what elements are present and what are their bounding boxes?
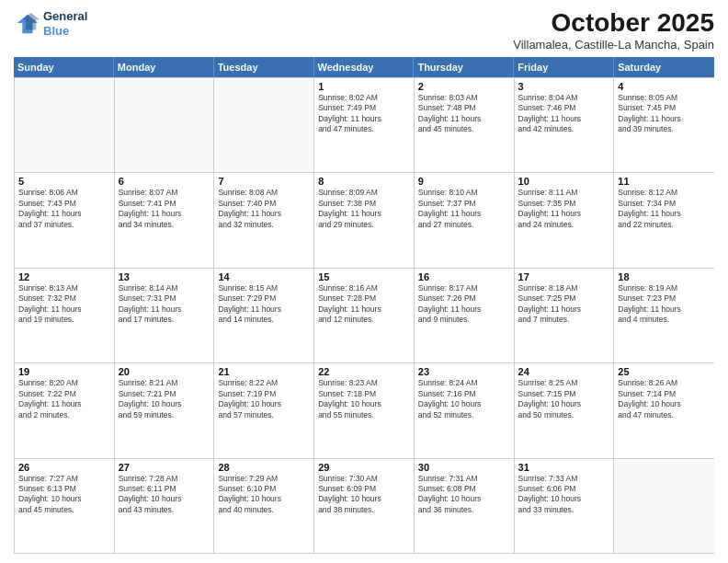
day-info: Sunrise: 8:17 AM Sunset: 7:26 PM Dayligh… [418,283,510,326]
day-info: Sunrise: 8:20 AM Sunset: 7:22 PM Dayligh… [18,378,110,420]
calendar-cell: 19Sunrise: 8:20 AM Sunset: 7:22 PM Dayli… [15,363,115,457]
calendar-cell: 14Sunrise: 8:15 AM Sunset: 7:29 PM Dayli… [214,269,314,362]
day-number: 1 [318,81,410,92]
calendar: SundayMondayTuesdayWednesdayThursdayFrid… [14,57,714,554]
day-number: 31 [518,462,610,473]
day-number: 3 [518,81,610,92]
calendar-cell: 31Sunrise: 7:33 AM Sunset: 6:06 PM Dayli… [515,459,615,553]
calendar-cell: 23Sunrise: 8:24 AM Sunset: 7:16 PM Dayli… [415,363,515,457]
day-info: Sunrise: 8:09 AM Sunset: 7:38 PM Dayligh… [318,188,410,230]
day-info: Sunrise: 8:07 AM Sunset: 7:41 PM Dayligh… [119,188,210,230]
calendar-cell: 11Sunrise: 8:12 AM Sunset: 7:34 PM Dayli… [614,173,714,267]
day-number: 8 [318,176,410,187]
day-number: 12 [18,271,110,282]
day-info: Sunrise: 8:13 AM Sunset: 7:32 PM Dayligh… [18,283,110,326]
calendar-cell: 13Sunrise: 8:14 AM Sunset: 7:31 PM Dayli… [115,269,215,362]
day-info: Sunrise: 8:11 AM Sunset: 7:35 PM Dayligh… [518,188,610,230]
day-number: 5 [18,176,110,187]
day-number: 26 [18,462,110,473]
day-info: Sunrise: 8:04 AM Sunset: 7:46 PM Dayligh… [518,93,610,135]
day-info: Sunrise: 8:22 AM Sunset: 7:19 PM Dayligh… [218,378,310,420]
day-info: Sunrise: 8:21 AM Sunset: 7:21 PM Dayligh… [119,378,210,420]
calendar-header: SundayMondayTuesdayWednesdayThursdayFrid… [14,57,714,77]
day-number: 9 [418,176,510,187]
day-info: Sunrise: 8:24 AM Sunset: 7:16 PM Dayligh… [418,378,510,420]
day-info: Sunrise: 8:16 AM Sunset: 7:28 PM Dayligh… [318,283,410,326]
day-number: 22 [318,366,410,377]
calendar-cell: 7Sunrise: 8:08 AM Sunset: 7:40 PM Daylig… [214,173,314,267]
month-title: October 2025 [513,9,714,38]
day-number: 4 [618,81,711,92]
day-number: 25 [618,366,711,377]
day-info: Sunrise: 8:14 AM Sunset: 7:31 PM Dayligh… [119,283,210,326]
day-number: 20 [119,366,210,377]
subtitle: Villamalea, Castille-La Mancha, Spain [513,38,714,52]
day-info: Sunrise: 7:27 AM Sunset: 6:13 PM Dayligh… [18,474,110,516]
calendar-cell: 22Sunrise: 8:23 AM Sunset: 7:18 PM Dayli… [314,363,415,457]
day-number: 10 [518,176,610,187]
day-info: Sunrise: 8:23 AM Sunset: 7:18 PM Dayligh… [318,378,410,420]
logo-line2: Blue [43,24,87,39]
calendar-cell: 15Sunrise: 8:16 AM Sunset: 7:28 PM Dayli… [314,269,415,362]
day-info: Sunrise: 7:29 AM Sunset: 6:10 PM Dayligh… [218,474,310,516]
day-info: Sunrise: 7:28 AM Sunset: 6:11 PM Dayligh… [119,474,210,516]
calendar-cell: 4Sunrise: 8:05 AM Sunset: 7:45 PM Daylig… [614,78,714,172]
day-number: 30 [418,462,510,473]
page: General Blue October 2025 Villamalea, Ca… [0,0,728,563]
calendar-row-0: 1Sunrise: 8:02 AM Sunset: 7:49 PM Daylig… [15,77,714,172]
day-number: 17 [518,271,610,282]
calendar-cell: 1Sunrise: 8:02 AM Sunset: 7:49 PM Daylig… [314,78,415,172]
day-number: 23 [418,366,510,377]
header-day-friday: Friday [514,57,614,77]
calendar-cell: 10Sunrise: 8:11 AM Sunset: 7:35 PM Dayli… [515,173,615,267]
logo-line1: General [43,9,87,24]
day-number: 19 [18,366,110,377]
calendar-cell: 9Sunrise: 8:10 AM Sunset: 7:37 PM Daylig… [415,173,515,267]
day-info: Sunrise: 8:06 AM Sunset: 7:43 PM Dayligh… [18,188,110,230]
day-info: Sunrise: 8:12 AM Sunset: 7:34 PM Dayligh… [618,188,711,230]
calendar-cell: 8Sunrise: 8:09 AM Sunset: 7:38 PM Daylig… [314,173,415,267]
calendar-row-1: 5Sunrise: 8:06 AM Sunset: 7:43 PM Daylig… [15,172,714,267]
calendar-row-4: 26Sunrise: 7:27 AM Sunset: 6:13 PM Dayli… [15,458,714,553]
calendar-cell: 25Sunrise: 8:26 AM Sunset: 7:14 PM Dayli… [614,363,714,457]
day-number: 28 [218,462,310,473]
day-number: 29 [318,462,410,473]
day-info: Sunrise: 8:03 AM Sunset: 7:48 PM Dayligh… [418,93,510,135]
calendar-cell [15,78,115,172]
calendar-cell: 18Sunrise: 8:19 AM Sunset: 7:23 PM Dayli… [614,269,714,362]
day-number: 21 [218,366,310,377]
calendar-cell: 3Sunrise: 8:04 AM Sunset: 7:46 PM Daylig… [515,78,615,172]
day-number: 15 [318,271,410,282]
header-day-tuesday: Tuesday [214,57,314,77]
calendar-cell [214,78,314,172]
title-block: October 2025 Villamalea, Castille-La Man… [513,9,714,52]
calendar-row-2: 12Sunrise: 8:13 AM Sunset: 7:32 PM Dayli… [15,268,714,362]
day-number: 11 [618,176,711,187]
day-info: Sunrise: 8:15 AM Sunset: 7:29 PM Dayligh… [218,283,310,326]
day-info: Sunrise: 8:08 AM Sunset: 7:40 PM Dayligh… [218,188,310,230]
day-number: 18 [618,271,711,282]
day-number: 13 [119,271,210,282]
day-info: Sunrise: 7:33 AM Sunset: 6:06 PM Dayligh… [518,474,610,516]
day-number: 16 [418,271,510,282]
calendar-cell: 24Sunrise: 8:25 AM Sunset: 7:15 PM Dayli… [515,363,615,457]
calendar-cell: 12Sunrise: 8:13 AM Sunset: 7:32 PM Dayli… [15,269,115,362]
logo-icon [14,11,40,37]
calendar-cell: 30Sunrise: 7:31 AM Sunset: 6:08 PM Dayli… [415,459,515,553]
day-info: Sunrise: 8:26 AM Sunset: 7:14 PM Dayligh… [618,378,711,420]
day-info: Sunrise: 8:05 AM Sunset: 7:45 PM Dayligh… [618,93,711,135]
header: General Blue October 2025 Villamalea, Ca… [14,9,714,52]
logo-text: General Blue [43,9,87,38]
calendar-cell: 17Sunrise: 8:18 AM Sunset: 7:25 PM Dayli… [515,269,615,362]
header-day-monday: Monday [114,57,214,77]
day-info: Sunrise: 8:19 AM Sunset: 7:23 PM Dayligh… [618,283,711,326]
day-number: 2 [418,81,510,92]
calendar-cell: 29Sunrise: 7:30 AM Sunset: 6:09 PM Dayli… [314,459,415,553]
day-info: Sunrise: 8:25 AM Sunset: 7:15 PM Dayligh… [518,378,610,420]
day-number: 27 [119,462,210,473]
day-number: 7 [218,176,310,187]
header-day-thursday: Thursday [414,57,514,77]
calendar-cell: 26Sunrise: 7:27 AM Sunset: 6:13 PM Dayli… [15,459,115,553]
header-day-wednesday: Wednesday [314,57,415,77]
calendar-cell: 20Sunrise: 8:21 AM Sunset: 7:21 PM Dayli… [115,363,215,457]
